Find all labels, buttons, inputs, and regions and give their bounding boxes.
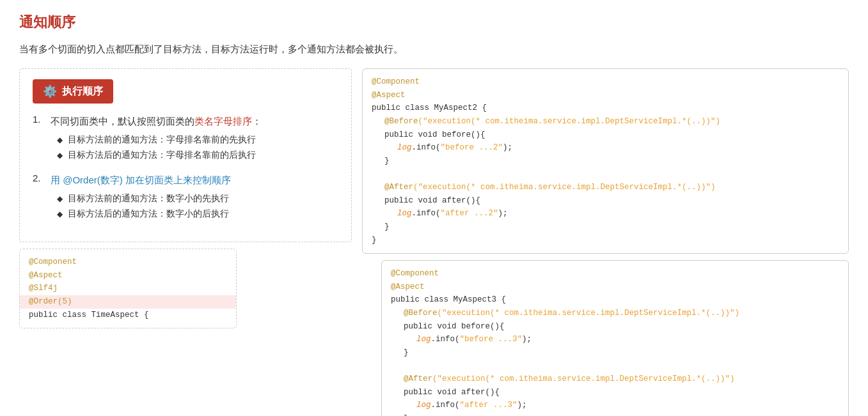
diamond-icon-3: ◆ <box>57 194 63 203</box>
code-bottom-line3: @Slf4j <box>29 282 227 295</box>
code-bottom-panel: @Component @Aspect @Slf4j @Order(5) publ… <box>19 249 237 328</box>
sub-item-2-1: ◆ 目标方法前的通知方法：数字小的先执行 <box>57 193 338 204</box>
sub-item-1-2: ◆ 目标方法后的通知方法：字母排名靠前的后执行 <box>57 150 338 161</box>
exec-order-box: ⚙️ 执行顺序 1. 不同切面类中，默认按照切面类的类名字母排序： ◆ <box>19 68 352 242</box>
list-item-1: 1. 不同切面类中，默认按照切面类的类名字母排序： ◆ 目标方法前的通知方法：字… <box>33 114 338 165</box>
list-content-2: 用 @Order(数字) 加在切面类上来控制顺序 ◆ 目标方法前的通知方法：数字… <box>51 173 338 224</box>
code-panel-myaspect3: @Component @Aspect public class MyAspect… <box>381 260 849 416</box>
item1-text: 不同切面类中，默认按照切面类的类名字母排序： <box>51 114 338 129</box>
sub-item-2-2: ◆ 目标方法后的通知方法：数字小的后执行 <box>57 208 338 220</box>
item2-text: 用 @Order(数字) 加在切面类上来控制顺序 <box>51 173 338 188</box>
left-panel: ⚙️ 执行顺序 1. 不同切面类中，默认按照切面类的类名字母排序： ◆ <box>19 68 352 328</box>
main-layout: ⚙️ 执行顺序 1. 不同切面类中，默认按照切面类的类名字母排序： ◆ <box>19 68 849 416</box>
gear-icon: ⚙️ <box>43 84 57 98</box>
right-panel: @Component @Aspect public class MyAspect… <box>362 68 849 416</box>
sub-item-1-1: ◆ 目标方法前的通知方法：字母排名靠前的先执行 <box>57 134 338 146</box>
code-bottom-line5: public class TimeAspect { <box>29 309 227 322</box>
list-content-1: 不同切面类中，默认按照切面类的类名字母排序： ◆ 目标方法前的通知方法：字母排名… <box>51 114 338 165</box>
list-num-1: 1. <box>33 114 45 125</box>
diamond-icon-2: ◆ <box>57 151 63 160</box>
exec-order-header: ⚙️ 执行顺序 <box>33 79 113 104</box>
list-item-2: 2. 用 @Order(数字) 加在切面类上来控制顺序 ◆ 目标方法前的通知方法… <box>33 173 338 224</box>
code-bottom-line1: @Component <box>29 256 227 269</box>
diamond-icon-1: ◆ <box>57 135 63 144</box>
exec-order-title: 执行顺序 <box>62 85 103 98</box>
intro-text: 当有多个切面的切入点都匹配到了目标方法，目标方法运行时，多个通知方法都会被执行。 <box>19 43 849 56</box>
ordered-list: 1. 不同切面类中，默认按照切面类的类名字母排序： ◆ 目标方法前的通知方法：字… <box>33 114 338 224</box>
diamond-icon-4: ◆ <box>57 210 63 219</box>
code-panel-myaspect2: @Component @Aspect public class MyAspect… <box>362 68 849 254</box>
item2-sub-list: ◆ 目标方法前的通知方法：数字小的先执行 ◆ 目标方法后的通知方法：数字小的后执… <box>51 193 338 220</box>
item1-sub-list: ◆ 目标方法前的通知方法：字母排名靠前的先执行 ◆ 目标方法后的通知方法：字母排… <box>51 134 338 161</box>
page-title: 通知顺序 <box>19 13 849 32</box>
code-bottom-line2: @Aspect <box>29 269 227 282</box>
list-num-2: 2. <box>33 173 45 183</box>
code-bottom-line4: @Order(5) <box>20 295 236 309</box>
